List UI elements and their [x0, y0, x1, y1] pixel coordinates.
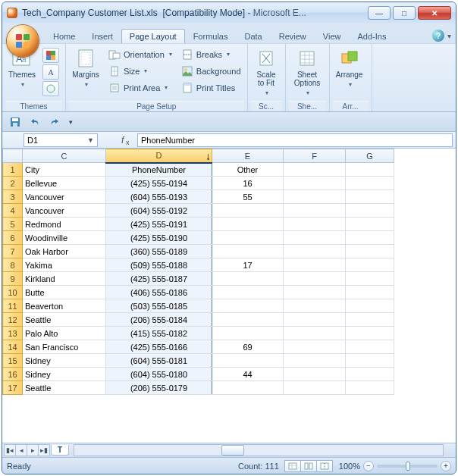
orientation-button[interactable]: Orientation▾: [105, 46, 175, 62]
margins-button[interactable]: Margins▾: [69, 46, 102, 101]
cell-D12[interactable]: (206) 555-0184: [106, 313, 212, 327]
ribbon-minimize-icon[interactable]: ▾: [447, 32, 451, 40]
scale-to-fit-button[interactable]: Scaleto Fit▾: [251, 46, 282, 101]
size-button[interactable]: Size▾: [105, 63, 175, 79]
column-header-G[interactable]: G: [346, 149, 394, 163]
cell-E11[interactable]: [212, 299, 284, 313]
cell-F12[interactable]: [284, 313, 346, 327]
maximize-button[interactable]: □: [393, 6, 416, 20]
cell-C16[interactable]: Sidney: [23, 368, 106, 381]
cell-F9[interactable]: [284, 272, 346, 286]
insert-function-button[interactable]: fx: [121, 133, 136, 147]
formula-bar[interactable]: PhoneNumber: [137, 133, 453, 147]
tab-home[interactable]: Home: [45, 29, 83, 43]
sheet-nav-last[interactable]: ▸▮: [38, 444, 50, 456]
save-button[interactable]: [7, 114, 24, 130]
sheet-tab[interactable]: T: [51, 445, 69, 456]
scrollbar-thumb[interactable]: [221, 445, 244, 456]
cell-C6[interactable]: Woodinville: [23, 231, 106, 245]
row-header-14[interactable]: 14: [3, 340, 23, 354]
zoom-slider[interactable]: [377, 465, 438, 468]
sheet-options-button[interactable]: SheetOptions▾: [289, 46, 326, 101]
cell-F2[interactable]: [284, 177, 346, 190]
titlebar[interactable]: Tech_Company Customer List.xls [Compatib…: [2, 2, 456, 23]
cell-D11[interactable]: (503) 555-0185: [106, 299, 212, 313]
cell-D9[interactable]: (425) 555-0187: [106, 272, 212, 286]
cell-F10[interactable]: [284, 286, 346, 299]
grid[interactable]: CDEFG 1 City PhoneNumber Other 2 Bellevu…: [2, 149, 456, 443]
cell-F17[interactable]: [284, 381, 346, 395]
cell-F13[interactable]: [284, 327, 346, 340]
background-button[interactable]: Background: [178, 63, 244, 79]
cell-D7[interactable]: (360) 555-0189: [106, 245, 212, 258]
cell-G16[interactable]: [346, 368, 394, 381]
row-header-3[interactable]: 3: [3, 190, 23, 204]
cell-G7[interactable]: [346, 245, 394, 258]
redo-button[interactable]: [46, 114, 63, 130]
cell-C15[interactable]: Sidney: [23, 354, 106, 368]
cell-D17[interactable]: (206) 555-0179: [106, 381, 212, 395]
cell-G4[interactable]: [346, 204, 394, 218]
cell-D2[interactable]: (425) 555-0194: [106, 177, 212, 190]
cell-E10[interactable]: [212, 286, 284, 299]
cell-F15[interactable]: [284, 354, 346, 368]
cell-E17[interactable]: [212, 381, 284, 395]
cell-E16[interactable]: 44: [212, 368, 284, 381]
row-header-7[interactable]: 7: [3, 245, 23, 258]
row-header-8[interactable]: 8: [3, 258, 23, 272]
undo-button[interactable]: [27, 114, 43, 130]
cell-E1[interactable]: Other: [212, 163, 284, 177]
cell-C9[interactable]: Kirkland: [23, 272, 106, 286]
row-header-6[interactable]: 6: [3, 231, 23, 245]
cell-G1[interactable]: [346, 163, 394, 177]
cell-F6[interactable]: [284, 231, 346, 245]
cell-C12[interactable]: Seattle: [23, 313, 106, 327]
column-header-C[interactable]: C: [23, 149, 106, 163]
print-titles-button[interactable]: Print Titles: [178, 80, 244, 96]
cell-F3[interactable]: [284, 190, 346, 204]
column-header-E[interactable]: E: [212, 149, 284, 163]
row-header-17[interactable]: 17: [3, 381, 23, 395]
theme-effects-button[interactable]: [42, 81, 59, 96]
help-button[interactable]: ?: [432, 30, 444, 42]
cell-D1[interactable]: PhoneNumber: [106, 163, 212, 177]
cell-F4[interactable]: [284, 204, 346, 218]
cell-E4[interactable]: [212, 204, 284, 218]
row-header-12[interactable]: 12: [3, 313, 23, 327]
row-header-5[interactable]: 5: [3, 218, 23, 231]
cell-D5[interactable]: (425) 555-0191: [106, 218, 212, 231]
view-page-break-button[interactable]: [316, 460, 333, 472]
cell-C4[interactable]: Vancouver: [23, 204, 106, 218]
cell-F16[interactable]: [284, 368, 346, 381]
cell-F14[interactable]: [284, 340, 346, 354]
cell-G9[interactable]: [346, 272, 394, 286]
name-box[interactable]: D1 ▼: [24, 133, 98, 147]
cell-G14[interactable]: [346, 340, 394, 354]
cell-D15[interactable]: (604) 555-0181: [106, 354, 212, 368]
sheet-nav-prev[interactable]: ◂: [15, 444, 27, 456]
zoom-out-button[interactable]: −: [363, 461, 374, 471]
cell-G11[interactable]: [346, 299, 394, 313]
cell-D14[interactable]: (425) 555-0166: [106, 340, 212, 354]
cell-G10[interactable]: [346, 286, 394, 299]
cell-C14[interactable]: San Francisco: [23, 340, 106, 354]
cell-E12[interactable]: [212, 313, 284, 327]
cell-D6[interactable]: (425) 555-0190: [106, 231, 212, 245]
cell-G15[interactable]: [346, 354, 394, 368]
cell-G3[interactable]: [346, 190, 394, 204]
cell-C13[interactable]: Palo Alto: [23, 327, 106, 340]
cell-E13[interactable]: [212, 327, 284, 340]
cell-E14[interactable]: 69: [212, 340, 284, 354]
cell-D8[interactable]: (509) 555-0188: [106, 258, 212, 272]
tab-addins[interactable]: Add-Ins: [349, 29, 394, 43]
cell-C5[interactable]: Redmond: [23, 218, 106, 231]
cell-D3[interactable]: (604) 555-0193: [106, 190, 212, 204]
cell-E3[interactable]: 55: [212, 190, 284, 204]
cell-D4[interactable]: (604) 555-0192: [106, 204, 212, 218]
cell-D16[interactable]: (604) 555-0180: [106, 368, 212, 381]
view-normal-button[interactable]: [284, 460, 301, 472]
select-all-button[interactable]: [3, 149, 23, 163]
theme-fonts-button[interactable]: A: [42, 64, 59, 80]
cell-E2[interactable]: 16: [212, 177, 284, 190]
cell-G12[interactable]: [346, 313, 394, 327]
